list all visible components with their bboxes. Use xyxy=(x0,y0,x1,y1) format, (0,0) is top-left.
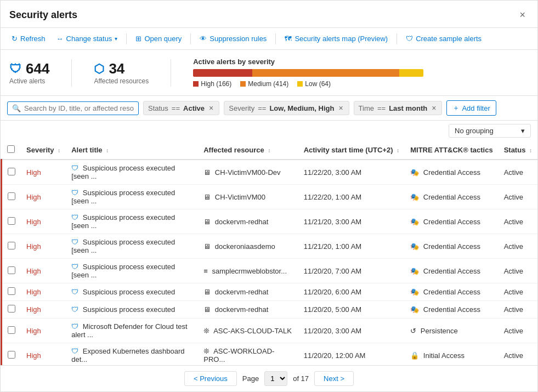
alert-title-cell[interactable]: 🛡 Suspicious process executed [seen ... xyxy=(66,259,198,283)
row-checkbox-3[interactable] xyxy=(8,242,15,249)
alert-icon: 🛡 xyxy=(71,164,78,172)
active-alerts-label: Active alerts xyxy=(9,77,49,85)
low-legend-dot xyxy=(297,81,303,87)
sample-icon: 🛡 xyxy=(406,35,413,43)
row-checkbox-5[interactable] xyxy=(8,287,15,295)
change-status-button[interactable]: ↔ Change status ▾ xyxy=(52,31,122,46)
alert-title-value: Suspicious process executed [seen ... xyxy=(71,189,175,205)
resource-type-icon: 🖥 xyxy=(203,288,211,296)
search-icon: 🔍 xyxy=(12,104,21,112)
row-checkbox-cell xyxy=(2,343,21,366)
search-box[interactable]: 🔍 xyxy=(7,101,139,115)
alert-title-cell[interactable]: 🛡 Microsoft Defender for Cloud test aler… xyxy=(66,319,198,343)
stat-divider2 xyxy=(171,59,171,87)
resource-type-icon: ❊ xyxy=(203,347,209,355)
severity-chip-close[interactable]: × xyxy=(337,104,344,112)
row-checkbox-cell xyxy=(2,301,21,319)
resource-type-icon: 🖥 xyxy=(203,305,211,314)
add-filter-button[interactable]: ＋ Add filter xyxy=(446,100,496,116)
row-checkbox-cell xyxy=(2,283,21,301)
open-query-button[interactable]: ⊞ Open query xyxy=(131,31,186,46)
alerts-table: Severity ↕ Alert title ↕ Affected resour… xyxy=(1,141,537,365)
alert-icon: 🛡 xyxy=(71,238,78,246)
activity-time-value: 11/20/20, 5:00 AM xyxy=(304,305,362,314)
table-row: High 🛡 Suspicious process executed [seen… xyxy=(2,209,538,234)
status-value: Active xyxy=(504,168,523,177)
grouping-select[interactable]: No grouping ▾ xyxy=(449,124,531,138)
severity-value: High xyxy=(26,327,41,335)
status-sort-icon[interactable]: ↕ xyxy=(529,147,532,154)
severity-chip-op: == xyxy=(258,104,266,112)
alert-title-value: Suspicious process executed [seen ... xyxy=(71,238,175,254)
active-alerts-stat: 🛡 644 Active alerts xyxy=(9,60,49,85)
tactic-icon: 🎭 xyxy=(410,168,419,177)
severity-chart-title: Active alerts by severity xyxy=(193,58,423,66)
col-mitre: MITRE ATT&CK® tactics xyxy=(405,141,498,160)
time-sort-icon[interactable]: ↕ xyxy=(397,147,399,154)
severity-cell: High xyxy=(21,319,66,343)
severity-cell: High xyxy=(21,301,66,319)
high-bar xyxy=(193,69,252,77)
alert-title-cell[interactable]: 🛡 Suspicious process executed [seen ... xyxy=(66,160,198,185)
next-button[interactable]: Next > xyxy=(314,371,354,386)
status-value: Active xyxy=(504,218,523,226)
tactic-cell: 🎭 Credential Access xyxy=(405,283,498,301)
page-title: Security alerts xyxy=(9,9,77,21)
resource-sort-icon[interactable]: ↕ xyxy=(268,147,270,154)
select-all-cell xyxy=(2,141,21,160)
resource-name: CH-VictimVM00 xyxy=(215,193,265,201)
alert-icon: 🛡 xyxy=(71,305,78,314)
medium-legend-label: Medium (414) xyxy=(248,80,288,88)
create-sample-alerts-button[interactable]: 🛡 Create sample alerts xyxy=(401,31,486,46)
row-checkbox-8[interactable] xyxy=(8,351,15,359)
severity-sort-icon[interactable]: ↕ xyxy=(58,147,60,154)
select-all-checkbox[interactable] xyxy=(7,145,15,153)
activity-time-cell: 11/22/20, 3:00 AM xyxy=(298,160,405,185)
search-input[interactable] xyxy=(24,104,134,112)
tactic-icon: 🎭 xyxy=(410,267,419,275)
status-value: Active xyxy=(504,351,523,360)
alert-title-cell[interactable]: 🛡 Suspicious process executed xyxy=(66,301,198,319)
col-activity-start: Activity start time (UTC+2) ↕ xyxy=(298,141,405,160)
close-button[interactable]: × xyxy=(516,8,529,22)
toolbar: ↻ Refresh ↔ Change status ▾ ⊞ Open query… xyxy=(1,28,537,50)
severity-bar-container xyxy=(193,69,423,77)
alert-title-cell[interactable]: 🛡 Suspicious process executed [seen ... xyxy=(66,209,198,234)
tactic-cell: 🎭 Credential Access xyxy=(405,160,498,185)
activity-time-cell: 11/20/20, 12:00 AM xyxy=(298,343,405,366)
map-icon: 🗺 xyxy=(285,35,292,43)
row-checkbox-6[interactable] xyxy=(8,305,15,313)
previous-button[interactable]: < Previous xyxy=(184,371,237,386)
status-cell: Active xyxy=(499,283,537,301)
page-select[interactable]: 1 xyxy=(264,371,287,386)
tactic-value: Credential Access xyxy=(423,288,480,296)
refresh-button[interactable]: ↻ Refresh xyxy=(7,31,50,46)
severity-cell: High xyxy=(21,259,66,283)
alert-sort-icon[interactable]: ↕ xyxy=(106,147,109,154)
severity-value: High xyxy=(26,242,41,251)
alert-title-cell[interactable]: 🛡 Suspicious process executed [seen ... xyxy=(66,234,198,259)
suppression-rules-button[interactable]: 👁 Suppression rules xyxy=(195,31,271,46)
time-chip-close[interactable]: × xyxy=(431,104,437,112)
row-checkbox-0[interactable] xyxy=(8,168,15,175)
grouping-row: No grouping ▾ xyxy=(1,121,537,141)
col-severity: Severity ↕ xyxy=(21,141,66,160)
separator xyxy=(190,33,191,44)
refresh-icon: ↻ xyxy=(12,35,18,43)
alert-title-cell[interactable]: 🛡 Exposed Kubernetes dashboard det... xyxy=(66,343,198,366)
row-checkbox-7[interactable] xyxy=(8,326,15,334)
alert-title-cell[interactable]: 🛡 Suspicious process executed [seen ... xyxy=(66,185,198,209)
alert-title-cell[interactable]: 🛡 Suspicious process executed xyxy=(66,283,198,301)
status-chip-close[interactable]: × xyxy=(208,104,214,112)
tactic-icon: 🎭 xyxy=(410,218,419,226)
severity-chip-val: Low, Medium, High xyxy=(269,104,334,112)
page-text: Page xyxy=(242,374,259,383)
row-checkbox-1[interactable] xyxy=(8,192,15,200)
status-cell: Active xyxy=(499,301,537,319)
activity-time-value: 11/22/20, 1:00 AM xyxy=(304,193,362,201)
row-checkbox-4[interactable] xyxy=(8,266,15,274)
active-alerts-count: 644 xyxy=(26,60,49,77)
status-cell: Active xyxy=(499,319,537,343)
security-alerts-map-button[interactable]: 🗺 Security alerts map (Preview) xyxy=(280,31,392,46)
row-checkbox-2[interactable] xyxy=(8,217,15,225)
